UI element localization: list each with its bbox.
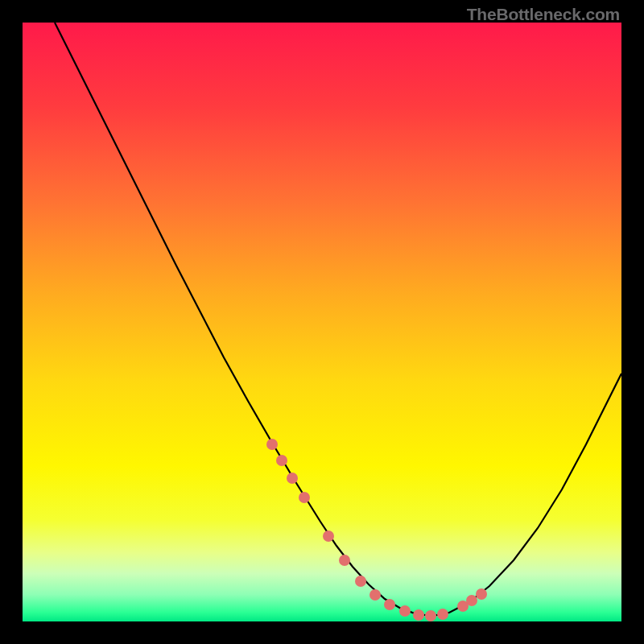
marker-dot <box>276 455 287 466</box>
marker-dot <box>369 589 381 601</box>
highlight-dots <box>266 439 487 621</box>
marker-dot <box>384 599 395 610</box>
bottleneck-curve <box>55 23 621 616</box>
watermark-text: TheBottleneck.com <box>467 5 620 24</box>
marker-dot <box>287 473 298 484</box>
chart-container: TheBottleneck.com <box>0 0 644 644</box>
marker-dot <box>323 530 334 542</box>
marker-dot <box>399 605 411 617</box>
marker-dot <box>299 492 310 503</box>
marker-dot <box>413 609 424 621</box>
marker-dot <box>476 588 487 600</box>
marker-dot <box>355 576 366 587</box>
marker-dot <box>339 555 350 566</box>
plot-area <box>23 23 621 621</box>
chart-svg <box>23 23 621 621</box>
marker-dot <box>425 610 436 621</box>
marker-dot <box>466 595 477 606</box>
marker-dot <box>437 609 448 620</box>
marker-dot <box>266 439 278 450</box>
